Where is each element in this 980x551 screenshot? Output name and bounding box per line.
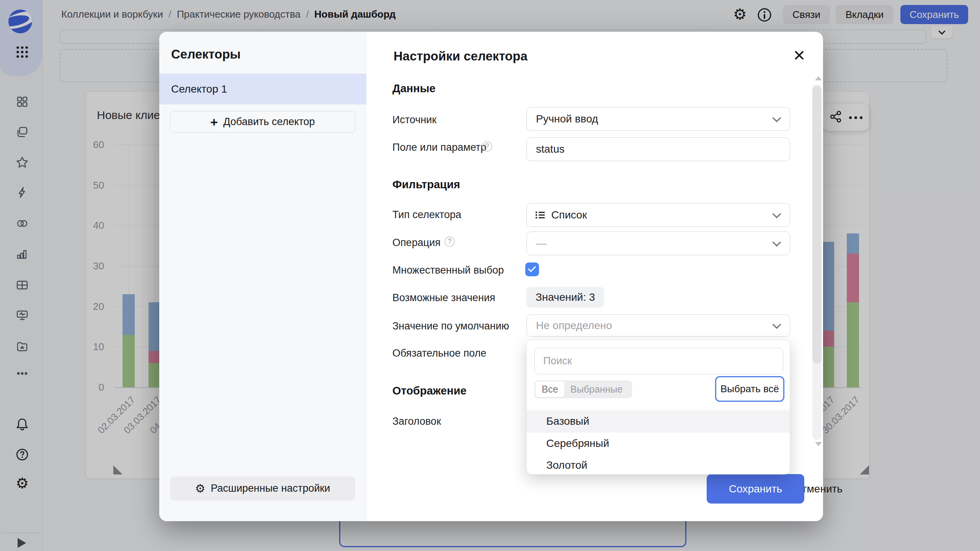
tab-all[interactable]: Все	[536, 381, 564, 397]
select-all-button[interactable]: Выбрать всё	[715, 376, 784, 402]
help-question-mark: ?	[485, 142, 489, 150]
source-select[interactable]: Ручной ввод	[526, 107, 790, 131]
default-value-select[interactable]: Не определено	[526, 315, 790, 337]
field-or-param-label: Поле или параметр	[392, 142, 486, 153]
select-all-button-label: Выбрать всё	[720, 383, 779, 395]
section-data: Данные	[392, 82, 436, 95]
section-filtering: Фильтрация	[392, 178, 460, 191]
default-value-placeholder: Не определено	[536, 320, 612, 332]
plus-icon: +	[210, 116, 218, 129]
selector-type-value: Список	[551, 209, 587, 221]
dropdown-divider	[527, 409, 790, 410]
selector-type-select[interactable]: Список	[526, 203, 790, 227]
possible-values-badge[interactable]: Значений: 3	[526, 287, 604, 308]
advanced-settings-button-label: Расширенные настройки	[211, 483, 330, 494]
list-icon	[534, 209, 546, 221]
source-select-value: Ручной ввод	[536, 113, 598, 125]
default-value-dropdown: Все Выбранные Выбрать всё Базовый Серебр…	[526, 340, 790, 474]
default-value-label: Значение по умолчанию	[392, 320, 509, 332]
source-label: Источник	[392, 114, 436, 126]
dropdown-option[interactable]: Золотой	[527, 454, 790, 474]
field-or-param-input[interactable]: status	[526, 137, 790, 161]
add-selector-button-label: Добавить селектор	[223, 116, 315, 128]
modal-scrollbar[interactable]	[812, 84, 822, 440]
multiple-choice-label: Множественный выбор	[392, 264, 504, 276]
possible-values-badge-label: Значений: 3	[536, 291, 595, 303]
field-or-param-help-icon[interactable]: ?	[482, 141, 492, 152]
selector-list-item-selected[interactable]: Селектор 1	[159, 73, 366, 104]
selectors-panel: Селекторы Селектор 1 + Добавить селектор…	[159, 32, 366, 521]
operation-value: —	[536, 237, 547, 249]
save-button[interactable]: Сохранить	[707, 474, 804, 504]
gear-icon: ⚙	[195, 483, 206, 494]
settings-panel-title: Настройки селектора	[394, 49, 528, 64]
dropdown-search-input[interactable]	[534, 348, 783, 374]
add-selector-button[interactable]: + Добавить селектор	[170, 111, 355, 133]
possible-values-label: Возможные значения	[392, 292, 495, 304]
section-display: Отображение	[392, 385, 467, 397]
operation-help-icon[interactable]: ?	[444, 236, 455, 247]
dropdown-option-highlighted[interactable]: Базовый	[527, 411, 790, 432]
scroll-up-icon[interactable]	[815, 76, 822, 80]
selector-type-label: Тип селектора	[392, 209, 461, 221]
required-field-label: Обязательное поле	[392, 347, 487, 359]
field-or-param-value: status	[536, 143, 565, 155]
dropdown-option[interactable]: Серебряный	[527, 432, 790, 454]
operation-label: Операция	[392, 237, 441, 249]
chevron-down-icon	[774, 111, 780, 124]
screen: Коллекции и воркбуки / Практические руко…	[0, 0, 980, 551]
chevron-down-icon	[774, 207, 780, 220]
close-icon[interactable]: ✕	[793, 48, 806, 63]
tab-selected[interactable]: Выбранные	[564, 384, 629, 395]
selector-settings-modal: Селекторы Селектор 1 + Добавить селектор…	[159, 32, 823, 521]
save-button-label: Сохранить	[729, 483, 782, 495]
scroll-down-icon[interactable]	[815, 442, 822, 446]
selector-list-item-label: Селектор 1	[171, 83, 227, 95]
help-question-mark: ?	[448, 238, 451, 246]
operation-select[interactable]: —	[526, 231, 790, 255]
chevron-down-icon	[774, 236, 780, 248]
multiple-choice-checkbox[interactable]	[525, 262, 539, 276]
title-field-label: Заголовок	[392, 416, 441, 427]
selectors-panel-title: Селекторы	[171, 47, 241, 62]
dropdown-tabs: Все Выбранные	[534, 380, 632, 398]
chevron-down-icon	[774, 318, 780, 330]
advanced-settings-button[interactable]: ⚙ Расширенные настройки	[170, 476, 355, 500]
modal-scrollbar-thumb[interactable]	[812, 86, 822, 364]
